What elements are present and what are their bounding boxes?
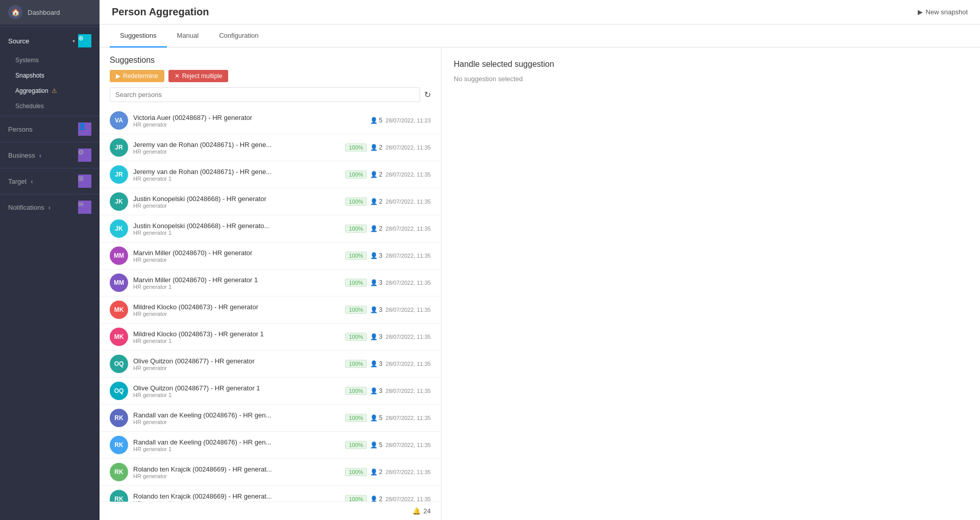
suggestion-source: HR generator: [133, 148, 340, 155]
pct-badge: 100%: [345, 333, 366, 341]
bell-icon: 🔔: [412, 507, 421, 515]
reject-multiple-button[interactable]: ✕ Reject multiple: [168, 70, 229, 82]
bell-count: 24: [424, 507, 431, 515]
avatar: RK: [110, 409, 128, 427]
suggestion-item[interactable]: RK Rolando ten Krajcik (00248669) - HR g…: [100, 459, 441, 486]
business-label: Business: [8, 152, 35, 159]
meta-count: 👤 2: [370, 468, 383, 476]
avatar: VA: [110, 111, 128, 130]
pct-badge: 100%: [345, 143, 366, 152]
meta-date: 28/07/2022, 11:35: [385, 199, 431, 205]
tab-suggestions[interactable]: Suggestions: [110, 24, 167, 47]
meta-count: 👤 2: [370, 171, 383, 178]
refresh-icon[interactable]: ↻: [424, 90, 431, 100]
suggestion-name: Jeremy van de Rohan (00248671) - HR gene…: [133, 168, 340, 176]
meta-count: 👤 2: [370, 225, 383, 232]
meta-count: 👤 3: [370, 333, 383, 340]
suggestion-meta: 100% 👤 3 28/07/2022, 11:35: [345, 306, 431, 314]
suggestion-meta: 👤 5 28/07/2022, 11:23: [370, 117, 431, 124]
new-snapshot-button[interactable]: ▶ New snapshot: [918, 8, 968, 16]
suggestion-info: Rolando ten Krajcik (00248669) - HR gene…: [133, 492, 340, 502]
suggestion-meta: 100% 👤 3 28/07/2022, 11:35: [345, 279, 431, 287]
no-selection-text: No suggestion selected: [454, 75, 968, 83]
person-icon: 👤: [370, 171, 378, 178]
persons-label: Persons: [8, 126, 33, 133]
tabs-bar: Suggestions Manual Configuration: [100, 24, 980, 47]
suggestion-item[interactable]: MK Mildred Klocko (00248673) - HR genera…: [100, 324, 441, 351]
pct-badge: 100%: [345, 387, 366, 395]
meta-count: 👤 3: [370, 306, 383, 313]
suggestion-item[interactable]: VA Victoria Auer (00248687) - HR generat…: [100, 107, 441, 134]
suggestion-info: Jeremy van de Rohan (00248671) - HR gene…: [133, 168, 340, 182]
avatar: RK: [110, 490, 128, 502]
meta-date: 28/07/2022, 11:35: [385, 388, 431, 394]
meta-date: 28/07/2022, 11:35: [385, 361, 431, 367]
sidebar-item-schedules[interactable]: Schedules: [0, 98, 100, 114]
suggestion-info: Jeremy van de Rohan (00248671) - HR gene…: [133, 141, 340, 155]
target-label: Target: [8, 178, 27, 185]
suggestion-item[interactable]: MK Mildred Klocko (00248673) - HR genera…: [100, 296, 441, 324]
suggestion-source: HR generator 1: [133, 230, 340, 236]
suggestion-source: HR generator: [133, 365, 340, 371]
meta-date: 28/07/2022, 11:35: [385, 307, 431, 313]
meta-count: 👤 3: [370, 360, 383, 367]
notifications-icon: ✉: [78, 201, 91, 214]
suggestion-item[interactable]: JK Justin Konopelski (00248668) - HR gen…: [100, 215, 441, 242]
pct-badge: 100%: [345, 441, 366, 449]
suggestions-title: Suggestions: [110, 56, 431, 65]
play-icon-btn: ▶: [116, 72, 120, 80]
suggestion-meta: 100% 👤 2 28/07/2022, 11:35: [345, 225, 431, 233]
chevron-left-icon-2: ‹: [31, 178, 33, 185]
suggestion-name: Olive Quitzon (00248677) - HR generator …: [133, 384, 340, 392]
suggestion-name: Mildred Klocko (00248673) - HR generator: [133, 303, 340, 311]
sidebar-item-business[interactable]: Business ‹ ⚙: [0, 144, 100, 166]
sidebar-item-aggregation[interactable]: Aggregation ⚠: [0, 83, 100, 98]
redetermine-button[interactable]: ▶ Redetermine: [110, 70, 164, 82]
suggestion-item[interactable]: RK Randall van de Keeling (00248676) - H…: [100, 432, 441, 459]
home-icon: 🏠: [8, 5, 22, 19]
person-icon: 👤: [370, 198, 378, 205]
suggestion-name: Randall van de Keeling (00248676) - HR g…: [133, 411, 340, 419]
sidebar-item-dashboard[interactable]: 🏠 Dashboard: [0, 0, 100, 24]
suggestion-item[interactable]: OQ Olive Quitzon (00248677) - HR generat…: [100, 378, 441, 405]
suggestion-item[interactable]: OQ Olive Quitzon (00248677) - HR generat…: [100, 351, 441, 378]
page-title: Person Aggregation: [112, 6, 209, 18]
sidebar-section-source[interactable]: Source ▾ ⊕: [0, 29, 100, 53]
source-icon: ⊕: [78, 34, 91, 47]
person-icon: 👤: [370, 225, 378, 232]
pct-badge: 100%: [345, 279, 366, 287]
suggestion-source: HR generator: [133, 419, 340, 425]
suggestion-name: Olive Quitzon (00248677) - HR generator: [133, 357, 340, 365]
person-icon: 👤: [370, 360, 378, 367]
sidebar-item-systems[interactable]: Systems: [0, 53, 100, 68]
suggestion-meta: 100% 👤 2 28/07/2022, 11:35: [345, 143, 431, 152]
meta-count: 👤 2: [370, 198, 383, 205]
avatar: MM: [110, 274, 128, 292]
suggestion-item[interactable]: RK Randall van de Keeling (00248676) - H…: [100, 405, 441, 432]
suggestion-item[interactable]: MM Marvin Miller (00248670) - HR generat…: [100, 269, 441, 296]
suggestion-item[interactable]: JK Justin Konopelski (00248668) - HR gen…: [100, 188, 441, 215]
meta-count: 👤 2: [370, 496, 383, 502]
sidebar-item-target[interactable]: Target ‹ ⊞: [0, 170, 100, 192]
suggestion-name: Marvin Miller (00248670) - HR generator: [133, 249, 340, 257]
meta-count: 👤 5: [370, 117, 383, 124]
suggestion-meta: 100% 👤 2 28/07/2022, 11:35: [345, 468, 431, 476]
suggestion-source: HR generator: [133, 203, 340, 209]
panel-container: Suggestions ▶ Redetermine ✕ Reject multi…: [100, 47, 980, 520]
suggestion-item[interactable]: JR Jeremy van de Rohan (00248671) - HR g…: [100, 134, 441, 161]
suggestion-item[interactable]: MM Marvin Miller (00248670) - HR generat…: [100, 242, 441, 269]
sidebar-item-snapshots[interactable]: Snapshots: [0, 68, 100, 83]
suggestion-list: VA Victoria Auer (00248687) - HR generat…: [100, 107, 441, 502]
tab-configuration[interactable]: Configuration: [209, 24, 268, 47]
sidebar-item-notifications[interactable]: Notifications ‹ ✉: [0, 196, 100, 218]
meta-date: 28/07/2022, 11:35: [385, 253, 431, 259]
meta-date: 28/07/2022, 11:35: [385, 280, 431, 286]
meta-date: 28/07/2022, 11:35: [385, 144, 431, 151]
search-input[interactable]: [110, 87, 420, 102]
meta-count: 👤 3: [370, 387, 383, 394]
suggestion-source: HR generator 1: [133, 176, 340, 182]
suggestion-item[interactable]: RK Rolando ten Krajcik (00248669) - HR g…: [100, 486, 441, 502]
sidebar-item-persons[interactable]: Persons 👤: [0, 118, 100, 140]
suggestion-item[interactable]: JR Jeremy van de Rohan (00248671) - HR g…: [100, 161, 441, 188]
tab-manual[interactable]: Manual: [167, 24, 209, 47]
